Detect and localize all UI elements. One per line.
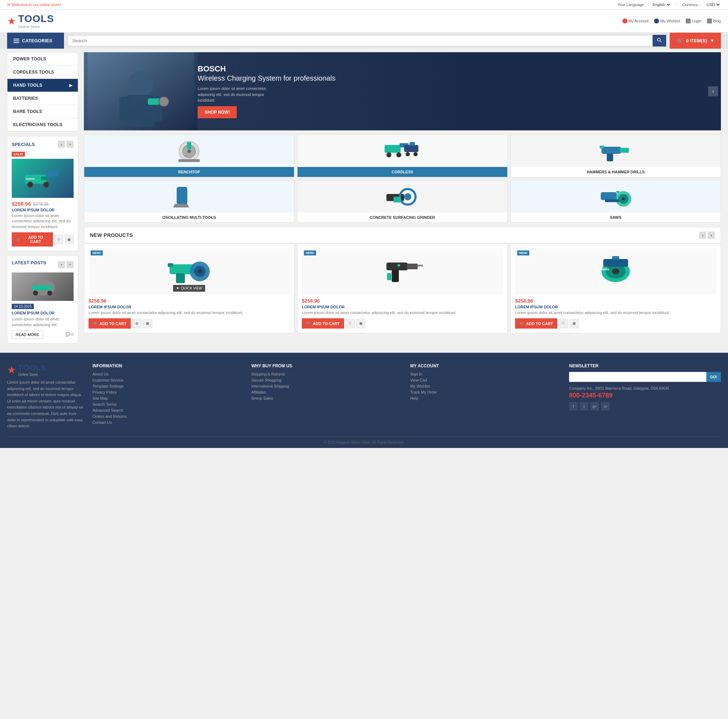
footer-bottom: © 2015 Magento Demo Store. All Rights Re… [7, 437, 721, 444]
specials-header: SPECIALS ‹ › [12, 141, 73, 148]
sidebar-item-cordless-tools[interactable]: CORDLESS TOOLS [8, 66, 78, 79]
svg-point-52 [198, 270, 202, 273]
currency-select[interactable]: USD [705, 2, 721, 7]
blog-link[interactable]: Blog [707, 18, 721, 23]
sidebar-item-electricians-tools[interactable]: ELECTRICIANS TOOLS [8, 118, 78, 131]
new-products-next-btn[interactable]: › [708, 232, 715, 239]
footer-top: ★ TOOLS Online Store Lorem ipsum dolor s… [7, 363, 721, 429]
footer-link-site-map[interactable]: Site Map [92, 396, 244, 400]
footer-logo-star: ★ [7, 364, 16, 376]
product-3-wishlist-btn[interactable]: ♡ [559, 319, 568, 328]
footer-link-search-terms[interactable]: Search Terms [92, 402, 244, 406]
product-1-compare-btn[interactable]: ⊞ [143, 319, 152, 328]
hero-shop-now-btn[interactable]: SHOP NOW! [198, 106, 237, 118]
footer-link-shipping[interactable]: Shipping & Returns [251, 372, 403, 376]
footer-link-view-cart[interactable]: View Cart [410, 378, 562, 382]
svg-point-21 [187, 150, 191, 153]
logo[interactable]: ★ TOOLS Online Store [7, 13, 54, 29]
social-facebook-icon[interactable]: f [569, 402, 578, 411]
product-2-compare-btn[interactable]: ⊞ [356, 319, 366, 328]
sidebar-item-power-tools[interactable]: POWER TOOLS [8, 53, 78, 66]
cat-item-oscillating[interactable]: OSCILLATING MULTI-TOOLS [84, 180, 294, 223]
product-2-name[interactable]: LOREM IPSUM DOLOR [302, 305, 503, 309]
post-date: 14.10.2015 [12, 304, 34, 309]
svg-rect-34 [607, 153, 613, 161]
product-2-add-to-cart-btn[interactable]: 🛒 ADD TO CART [302, 318, 344, 328]
specials-next-btn[interactable]: › [66, 141, 73, 148]
language-label: Your Language : [618, 3, 646, 7]
footer-link-my-wishlist[interactable]: My Wishlist [410, 384, 562, 388]
login-link[interactable]: Login [686, 18, 701, 23]
specials-prev-btn[interactable]: ‹ [58, 141, 65, 148]
cat-item-saws[interactable]: SAWS [511, 180, 721, 223]
social-linkedin-icon[interactable]: in [601, 402, 610, 411]
footer-link-template-settings[interactable]: Template Settings [92, 384, 244, 388]
product-3-compare-btn[interactable]: ⊞ [569, 319, 579, 328]
special-wishlist-btn[interactable]: ♡ [54, 235, 63, 244]
cart-button[interactable]: 🛒 0 ITEM(S) ▼ [670, 33, 721, 49]
svg-rect-9 [32, 285, 52, 290]
posts-next-btn[interactable]: › [66, 261, 73, 268]
language-select[interactable]: English [651, 2, 671, 7]
cat-item-cordless[interactable]: CORDLESS [297, 134, 508, 177]
special-compare-btn[interactable]: ⊞ [65, 235, 73, 244]
footer-link-help[interactable]: Help [410, 396, 562, 400]
new-products-prev-btn[interactable]: ‹ [699, 232, 706, 239]
svg-rect-60 [387, 273, 392, 280]
product-1-add-to-cart-btn[interactable]: 🛒 ADD TO CART [89, 318, 131, 328]
product-1-quickview-btn[interactable]: ⊙ [132, 319, 141, 328]
latest-posts-title: LATEST POSTS [12, 260, 46, 266]
product-1-name[interactable]: LOREM IPSUM DOLOR [89, 305, 290, 309]
hero-next-btn[interactable]: › [708, 86, 718, 96]
footer-link-orders-returns[interactable]: Orders and Returns [92, 414, 244, 418]
hero-desc: Lorem ipsum dolor sit amet consectetur a… [198, 85, 276, 103]
login-icon [686, 18, 691, 23]
svg-rect-35 [600, 146, 604, 148]
product-card-3-image[interactable]: NEW! Makita [515, 248, 716, 295]
footer-link-contact-us[interactable]: Contact Us [92, 420, 244, 424]
newsletter-input[interactable] [569, 372, 706, 382]
sidebar-item-batteries[interactable]: BATTERIES [8, 92, 78, 105]
footer-link-about-us[interactable]: About Us [92, 372, 244, 376]
footer-link-international[interactable]: International Shipping [251, 384, 403, 388]
footer-link-affiliates[interactable]: Affiliates [251, 390, 403, 394]
sidebar-item-hand-tools[interactable]: HAND TOOLS ▶ [8, 79, 78, 92]
footer-link-advanced-search[interactable]: Advanced Search [92, 408, 244, 412]
footer-link-secure[interactable]: Secure Shopping [251, 378, 403, 382]
search-button[interactable] [653, 35, 666, 47]
read-more-btn[interactable]: READ MORE [12, 330, 43, 339]
footer-link-privacy-policy[interactable]: Privacy Policy [92, 390, 244, 394]
product-3-name[interactable]: LOREM IPSUM DOLOR [515, 305, 716, 309]
product-2-wishlist-btn[interactable]: ♡ [346, 319, 355, 328]
search-input[interactable] [67, 35, 653, 46]
newsletter-submit-btn[interactable]: GO! [706, 372, 721, 382]
social-twitter-icon[interactable]: t [580, 402, 588, 411]
categories-button[interactable]: CATEGORIES [7, 33, 64, 49]
cat-item-benchtop[interactable]: BENCHTOP [84, 134, 294, 177]
footer-link-sign-in[interactable]: Sign In [410, 372, 562, 376]
my-account-link[interactable]: My Account [622, 18, 649, 23]
product-card-1-image[interactable]: NEW! 👁 QUICK VIEW [89, 248, 290, 295]
sidebar: POWER TOOLS CORDLESS TOOLS HAND TOOLS ▶ … [7, 52, 78, 343]
my-wishlist-link[interactable]: My Wishlist [654, 18, 680, 23]
footer-logo-mark[interactable]: ★ TOOLS Online Store [7, 363, 85, 377]
posts-prev-btn[interactable]: ‹ [58, 261, 65, 268]
footer-link-customer-service[interactable]: Customer Service [92, 378, 244, 382]
svg-rect-33 [620, 148, 629, 153]
svg-point-0 [657, 38, 660, 41]
special-product-name[interactable]: LOREM IPSUM DOLOR [12, 208, 73, 212]
product-3-add-to-cart-btn[interactable]: 🛒 ADD TO CART [515, 318, 557, 328]
cat-oscillating-image [84, 180, 294, 212]
special-add-to-cart-btn[interactable]: 🛒 ADD TO CART [12, 232, 53, 247]
cat-item-concrete[interactable]: CONCRETE SURFACING GRINDER [297, 180, 508, 223]
footer-link-group-sales[interactable]: Group Sales [251, 396, 403, 400]
product-2-desc: Lorem ipsum dolor sit amet consectetur a… [302, 310, 503, 316]
svg-line-1 [660, 41, 662, 42]
product-card-2-image[interactable]: NEW! [302, 248, 503, 295]
special-product-image[interactable]: makita [12, 159, 73, 198]
quick-view-btn[interactable]: 👁 QUICK VIEW [173, 285, 205, 292]
cat-item-hammers[interactable]: HAMMERS & HAMMER DRILLS [511, 134, 721, 177]
social-gplus-icon[interactable]: g+ [590, 402, 599, 411]
footer-link-track-order[interactable]: Track My Order [410, 390, 562, 394]
sidebar-item-bare-tools[interactable]: BARE TOOLS [8, 105, 78, 118]
